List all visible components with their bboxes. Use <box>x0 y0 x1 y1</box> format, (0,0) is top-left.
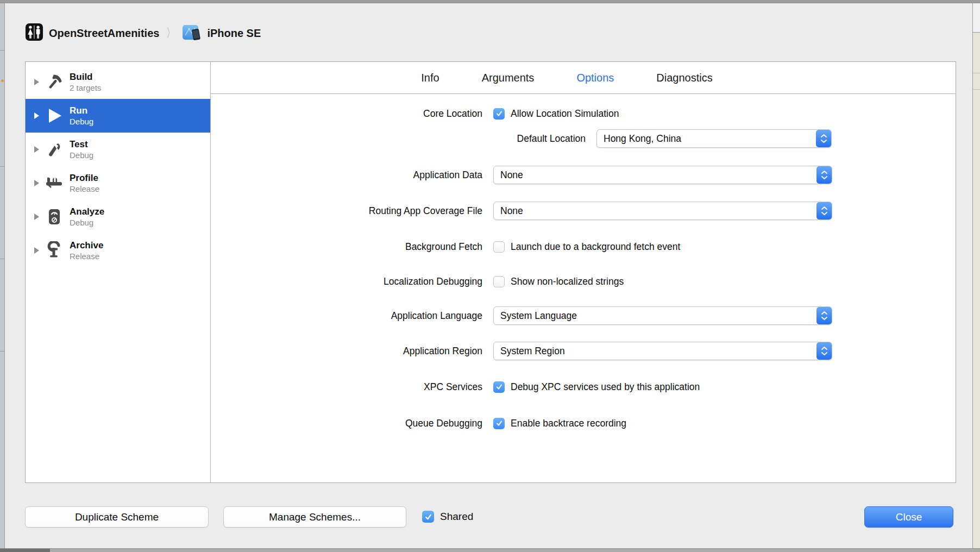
tab-diagnostics[interactable]: Diagnostics <box>656 72 712 84</box>
tab-arguments[interactable]: Arguments <box>482 72 535 84</box>
field-label: Application Data <box>211 170 482 181</box>
hammer-icon <box>45 72 64 92</box>
field-label: Routing App Coverage File <box>211 205 482 217</box>
row-application-data: Application Data None <box>211 166 956 184</box>
scheme-editor-panel: Build 2 targets Run Debug <box>25 61 956 483</box>
popup-value: None <box>494 170 523 181</box>
checkbox-label: Enable backtrace recording <box>511 418 626 429</box>
popup-value: None <box>494 205 523 217</box>
enable-backtrace-recording-checkbox[interactable] <box>493 418 505 429</box>
field-label: Default Location <box>211 133 586 145</box>
options-pane: Info Arguments Options Diagnostics Core … <box>211 62 956 482</box>
disclosure-triangle-icon[interactable] <box>34 112 39 119</box>
application-data-popup[interactable]: None <box>493 166 832 184</box>
field-label: XPC Services <box>211 381 482 393</box>
sidebar-item-title: Build <box>70 71 101 83</box>
row-background-fetch: Background Fetch Launch due to a backgro… <box>211 237 956 256</box>
popup-value: System Region <box>494 346 565 357</box>
checkbox-label: Show non-localized strings <box>511 276 624 287</box>
background-fetch-checkbox[interactable] <box>493 241 505 253</box>
row-localization-debugging: Localization Debugging Show non-localize… <box>211 272 956 291</box>
tab-options[interactable]: Options <box>576 72 614 84</box>
sidebar-item-subtitle: Release <box>70 251 103 261</box>
popup-stepper-icon <box>816 202 832 219</box>
sidebar-item-build[interactable]: Build 2 targets <box>26 65 210 99</box>
checkbox-label: Launch due to a background fetch event <box>511 241 680 253</box>
window-bottom-edge <box>0 548 980 552</box>
sidebar-item-title: Archive <box>70 240 103 251</box>
disclosure-triangle-icon[interactable] <box>34 247 39 254</box>
field-label: Application Region <box>211 346 482 357</box>
field-label: Localization Debugging <box>211 276 482 287</box>
popup-stepper-icon <box>816 166 832 184</box>
multimeter-icon <box>45 207 64 227</box>
field-label: Queue Debugging <box>211 418 482 429</box>
sidebar-item-analyze[interactable]: Analyze Debug <box>26 200 210 234</box>
breadcrumb-scheme-name[interactable]: OpenStreetAmenities <box>49 27 159 40</box>
breakpoint-dot <box>1 79 4 82</box>
close-button[interactable]: Close <box>864 506 953 528</box>
tab-info[interactable]: Info <box>421 72 439 84</box>
options-form: Core Location Allow Location Simulation … <box>211 94 956 482</box>
sidebar-item-run[interactable]: Run Debug <box>26 99 210 133</box>
popup-value: System Language <box>494 310 577 322</box>
row-queue-debugging: Queue Debugging Enable backtrace recordi… <box>211 414 956 432</box>
popup-stepper-icon <box>816 307 832 324</box>
play-icon <box>45 106 64 126</box>
sidebar-item-archive[interactable]: Archive Release <box>26 234 210 267</box>
clamp-icon <box>45 241 64 260</box>
row-routing-app-coverage: Routing App Coverage File None <box>211 202 956 220</box>
simulator-icon <box>182 23 202 43</box>
disclosure-triangle-icon[interactable] <box>34 180 39 186</box>
duplicate-scheme-button[interactable]: Duplicate Scheme <box>25 506 209 528</box>
shared-checkbox[interactable] <box>422 511 434 523</box>
sidebar-item-title: Profile <box>70 172 99 184</box>
sidebar-item-profile[interactable]: Profile Release <box>26 166 210 200</box>
row-application-language: Application Language System Language <box>211 306 956 325</box>
row-application-region: Application Region System Region <box>211 342 956 360</box>
checkbox-label: Allow Location Simulation <box>511 108 619 120</box>
caliper-icon <box>45 173 64 193</box>
tab-bar: Info Arguments Options Diagnostics <box>211 62 956 94</box>
sidebar-item-subtitle: Release <box>70 184 99 194</box>
background-window-right-strip <box>972 3 980 548</box>
field-label: Background Fetch <box>211 241 482 253</box>
manage-schemes-button[interactable]: Manage Schemes... <box>223 506 406 528</box>
popup-stepper-icon <box>816 130 831 147</box>
allow-location-simulation-checkbox[interactable] <box>493 108 505 120</box>
sidebar-item-title: Test <box>70 139 93 150</box>
breadcrumb: OpenStreetAmenities 〉 iPhone SE <box>25 23 261 43</box>
routing-app-coverage-popup[interactable]: None <box>493 202 832 220</box>
row-core-location: Core Location Allow Location Simulation <box>211 104 956 123</box>
sidebar-item-subtitle: Debug <box>70 150 93 160</box>
sidebar-item-title: Run <box>70 105 93 116</box>
row-xpc-services: XPC Services Debug XPC services used by … <box>211 378 956 396</box>
scheme-actions-sidebar: Build 2 targets Run Debug <box>26 62 211 482</box>
checkbox-label: Debug XPC services used by this applicat… <box>511 381 700 393</box>
disclosure-triangle-icon[interactable] <box>34 146 39 153</box>
field-label: Core Location <box>211 108 482 120</box>
row-default-location: Default Location Hong Kong, China <box>211 129 956 148</box>
shared-option: Shared <box>422 511 473 523</box>
show-non-localized-strings-checkbox[interactable] <box>493 276 505 287</box>
restroom-app-icon <box>25 23 43 43</box>
default-location-popup[interactable]: Hong Kong, China <box>596 129 832 148</box>
shared-label: Shared <box>440 511 473 523</box>
application-language-popup[interactable]: System Language <box>493 306 832 325</box>
disclosure-triangle-icon[interactable] <box>34 79 39 85</box>
debug-xpc-services-checkbox[interactable] <box>493 381 505 393</box>
wrench-icon <box>45 140 64 159</box>
field-label: Application Language <box>211 310 482 322</box>
application-region-popup[interactable]: System Region <box>493 342 832 360</box>
sidebar-item-subtitle: Debug <box>70 217 104 228</box>
sidebar-item-subtitle: 2 targets <box>70 83 101 93</box>
sidebar-item-test[interactable]: Test Debug <box>26 133 210 166</box>
window-top-edge <box>0 0 980 3</box>
disclosure-triangle-icon[interactable] <box>34 214 39 220</box>
sidebar-item-title: Analyze <box>70 206 104 217</box>
background-window-left-strip <box>0 3 5 548</box>
popup-value: Hong Kong, China <box>597 133 681 145</box>
breadcrumb-destination-name[interactable]: iPhone SE <box>207 27 261 40</box>
chevron-right-icon: 〉 <box>167 25 175 41</box>
popup-stepper-icon <box>816 342 832 360</box>
